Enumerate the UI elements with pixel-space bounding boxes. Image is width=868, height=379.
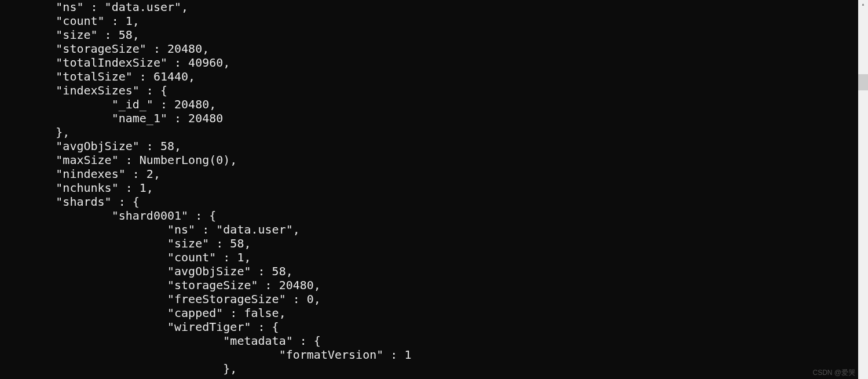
scrollbar-track[interactable]: ▴: [858, 0, 868, 379]
terminal-text: "ns" : "data.user", "count" : 1, "size" …: [0, 0, 851, 376]
scrollbar-thumb[interactable]: [858, 74, 868, 90]
watermark-text: CSDN @爱哭: [812, 369, 855, 377]
scrollbar-up-arrow[interactable]: ▴: [858, 0, 868, 10]
terminal-output: "ns" : "data.user", "count" : 1, "size" …: [0, 0, 851, 379]
